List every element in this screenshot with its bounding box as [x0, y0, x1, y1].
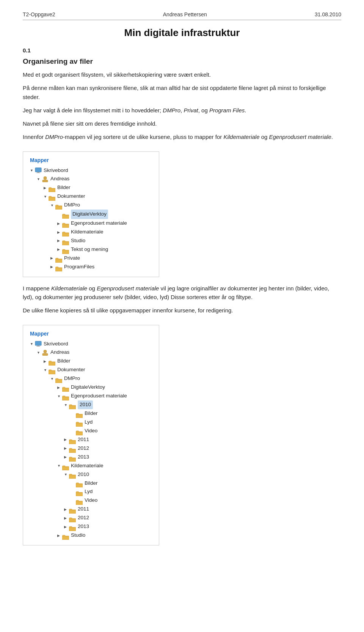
expand-icon: ▼: [30, 169, 34, 172]
tree-item: Bilder: [30, 409, 152, 418]
tree-item: Video: [30, 427, 152, 435]
expand-icon: ▶: [57, 247, 61, 251]
expand-icon: ▼: [64, 403, 68, 407]
expand-icon: ▶: [64, 507, 68, 511]
folder-diagram-1: Mapper ▼ Skrivebord ▼ Andreas ▶ Bilder: [23, 151, 159, 277]
tree-item: ▼ Andreas: [30, 175, 152, 183]
tree-item: ▶ 2011: [30, 505, 152, 514]
tree-item: Video: [30, 496, 152, 505]
folder-icon: [62, 212, 69, 217]
paragraph-6: I mappene Kildemateriale og Egenproduser…: [23, 284, 341, 302]
expand-icon: ▼: [57, 464, 61, 468]
tree-item: ▼ Andreas: [30, 348, 152, 357]
item-label: Dokumenter: [57, 366, 85, 374]
tree-item: ▶ Tekst og mening: [30, 245, 152, 254]
folder-icon: [49, 185, 55, 191]
folder-icon: [69, 446, 76, 451]
item-label: Lyd: [85, 487, 93, 496]
item-label: Private: [64, 254, 80, 263]
tree-item: ▼ 2010: [30, 400, 152, 409]
svg-rect-0: [35, 168, 41, 172]
item-label: Dokumenter: [57, 192, 85, 201]
expand-icon: ▼: [50, 377, 54, 381]
expand-icon: ▶: [64, 438, 68, 441]
folder-icon: [69, 507, 76, 512]
folder-icon: [69, 437, 76, 442]
item-label: Video: [85, 496, 97, 505]
item-label: Bilder: [57, 357, 71, 366]
folder-icon: [62, 221, 69, 226]
item-label-highlighted: DigitaleVerktoy: [71, 210, 108, 219]
expand-icon: ▶: [57, 386, 61, 389]
folder-icon: [76, 411, 83, 416]
paragraph-2: På denne måten kan man synkronisere file…: [23, 84, 341, 101]
tree-item: ▶ Private: [30, 254, 152, 263]
tree-item: ▶ Studio: [30, 531, 152, 540]
tree-item: ▶ Studio: [30, 236, 152, 245]
item-label: 2013: [78, 453, 89, 462]
tree-item: Lyd: [30, 487, 152, 496]
tree-item: ▼ Dokumenter: [30, 192, 152, 201]
expand-icon: ▶: [57, 239, 61, 243]
svg-rect-1: [37, 172, 39, 173]
expand-icon: ▶: [57, 534, 61, 537]
expand-icon: ▶: [44, 359, 47, 363]
expand-icon: ▶: [64, 455, 68, 459]
expand-icon: ▼: [44, 368, 47, 372]
folder-icon: [49, 367, 55, 373]
folder-icon: [55, 255, 62, 261]
expand-icon: ▼: [30, 342, 34, 346]
item-label: Video: [85, 427, 97, 435]
item-label: Bilder: [57, 183, 71, 192]
item-label: Andreas: [50, 348, 69, 357]
item-label: Egenprodusert materiale: [71, 219, 127, 228]
expand-icon: ▼: [64, 473, 68, 476]
folder-icon: [76, 489, 83, 495]
desktop-icon: [35, 341, 42, 347]
folder-icon: [55, 264, 62, 270]
item-label: Bilder: [85, 409, 98, 418]
header-right: 31.08.2010: [315, 11, 341, 17]
tree-item: ▼ Dokumenter: [30, 366, 152, 374]
item-label: 2012: [78, 514, 89, 522]
svg-rect-4: [42, 180, 48, 182]
expand-icon: ▶: [57, 230, 61, 234]
item-label: Kildemateriale: [71, 228, 104, 236]
expand-icon: ▼: [57, 394, 61, 398]
folder-icon: [62, 533, 69, 538]
item-label: Skrivebord: [44, 166, 68, 175]
folder-icon: [49, 194, 55, 199]
folder-icon: [69, 524, 76, 530]
item-label: ProgramFiles: [64, 263, 94, 271]
folder-icon: [62, 230, 69, 235]
expand-icon: ▶: [64, 446, 68, 450]
expand-icon: ▶: [50, 256, 54, 260]
user-icon: [42, 350, 49, 356]
page-header: T2-Oppgave2 Andreas Pettersen 31.08.2010: [23, 11, 341, 20]
tree-item: DigitaleVerktoy: [30, 210, 152, 219]
folder-icon: [49, 359, 55, 364]
header-left: T2-Oppgave2: [23, 11, 55, 17]
tree-item: Lyd: [30, 418, 152, 427]
user-icon: [42, 176, 49, 182]
svg-point-8: [44, 350, 47, 353]
folder-icon: [55, 376, 62, 381]
svg-point-3: [44, 177, 47, 180]
item-label: DigitaleVerktoy: [71, 383, 105, 392]
tree-item: ▶ 2011: [30, 435, 152, 444]
item-label: Bilder: [85, 479, 98, 488]
diagram2-title: Mapper: [30, 331, 152, 337]
tree-item: ▶ 2013: [30, 453, 152, 462]
tree-item: ▼ DMPro: [30, 374, 152, 383]
folder-icon: [62, 238, 69, 243]
item-label: Lyd: [85, 418, 93, 427]
folder-icon: [76, 419, 83, 425]
paragraph-5: Innenfor DMPro-mappen vil jeg sortere ut…: [23, 132, 341, 141]
tree-item: ▶ 2012: [30, 444, 152, 453]
expand-icon: ▶: [64, 516, 68, 520]
item-label: Studio: [71, 531, 85, 540]
header-center: Andreas Pettersen: [163, 11, 207, 17]
svg-rect-2: [36, 173, 40, 173]
item-label: Tekst og mening: [71, 245, 108, 254]
item-label: Andreas: [50, 175, 69, 183]
